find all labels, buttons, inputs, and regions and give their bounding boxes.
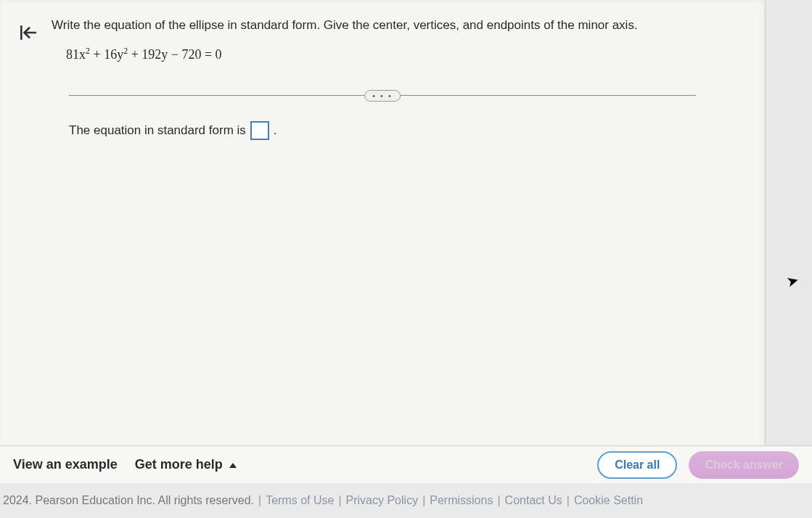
get-more-help-button[interactable]: Get more help [135, 457, 237, 472]
footer-cookie-link[interactable]: Cookie Settin [574, 494, 643, 507]
question-body: Write the equation of the ellipse in sta… [52, 18, 750, 62]
toolbar-right: Clear all Check answer [597, 451, 799, 479]
collapse-button[interactable] [15, 20, 41, 46]
view-example-button[interactable]: View an example [13, 457, 118, 472]
main-panel: Write the equation of the ellipse in sta… [0, 0, 766, 464]
footer-terms-link[interactable]: Terms of Use [266, 494, 334, 507]
question-prompt: Write the equation of the ellipse in sta… [52, 18, 750, 33]
check-answer-button[interactable]: Check answer [689, 451, 799, 479]
get-more-help-label: Get more help [135, 457, 223, 472]
expand-pill[interactable]: • • • [364, 90, 401, 102]
answer-area: The equation in standard form is . [0, 96, 765, 155]
collapse-left-icon [18, 23, 37, 42]
caret-up-icon [229, 463, 237, 468]
answer-prompt-text: The equation in standard form is [69, 123, 246, 138]
question-area: Write the equation of the ellipse in sta… [0, 0, 765, 77]
footer-sep: | [258, 494, 261, 507]
toolbar-left: View an example Get more help [13, 457, 237, 472]
clear-all-button[interactable]: Clear all [597, 451, 677, 479]
dots-icon: • • • [372, 91, 393, 100]
footer-copyright: 2024. Pearson Education Inc. All rights … [3, 494, 254, 507]
footer-sep: | [497, 494, 500, 507]
footer-sep: | [567, 494, 570, 507]
footer-privacy-link[interactable]: Privacy Policy [346, 494, 419, 507]
answer-input[interactable] [250, 121, 269, 140]
question-equation: 81x2 + 16y2 + 192y − 720 = 0 [66, 46, 750, 62]
answer-suffix: . [274, 123, 277, 138]
section-divider: • • • [69, 95, 696, 96]
footer-sep: | [422, 494, 425, 507]
answer-prompt: The equation in standard form is . [69, 121, 277, 140]
page-footer: 2024. Pearson Education Inc. All rights … [0, 483, 812, 518]
footer-permissions-link[interactable]: Permissions [430, 494, 493, 507]
cursor-icon: ➤ [784, 271, 801, 291]
footer-sep: | [338, 494, 341, 507]
footer-contact-link[interactable]: Contact Us [505, 494, 562, 507]
bottom-toolbar: View an example Get more help Clear all … [0, 445, 812, 483]
